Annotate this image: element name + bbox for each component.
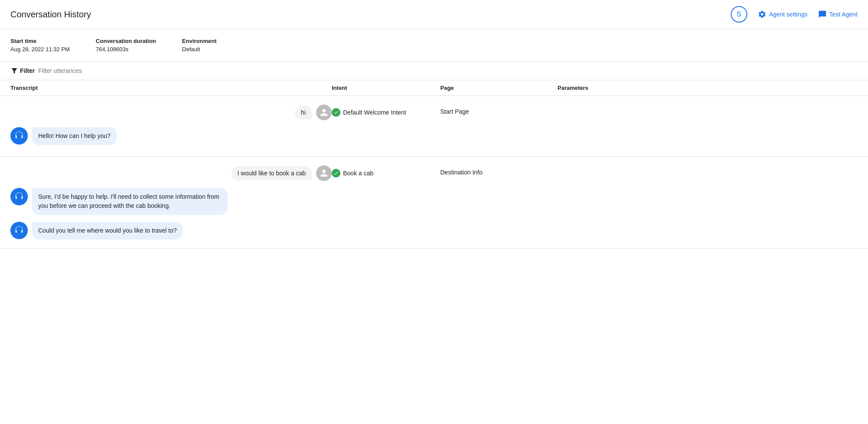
page-value-1: Start Page [440,108,469,115]
transcript-col-2: I would like to book a cab Sure, I'd be … [10,165,332,240]
params-col-2 [558,165,858,169]
agent-message-1: Hello! How can I help you? [10,127,332,145]
page-col-2: Destination Info [440,165,558,176]
checkmark-icon [333,110,339,115]
col-parameters: Parameters [558,85,858,91]
intent-col-2: Book a cab [332,165,440,177]
person-icon [320,108,328,117]
agent-avatar-2a [10,188,28,205]
agent-settings-link[interactable]: Agent settings [758,10,808,19]
table-header: Transcript Intent Page Parameters [0,80,868,96]
agent-avatar-2b [10,222,28,239]
filter-icon [10,67,18,75]
agent-bubble-1: Hello! How can I help you? [32,127,117,145]
meta-duration: Conversation duration 764.109603s [96,38,156,53]
user-avatar-2 [316,165,332,181]
intent-badge-1: Default Welcome Intent [332,108,406,117]
checkmark-icon [333,171,339,176]
user-message-2: I would like to book a cab [10,165,332,181]
col-intent: Intent [332,85,440,91]
test-agent-link[interactable]: Test Agent [818,10,858,19]
agent-avatar-1 [10,127,28,145]
agent-settings-label: Agent settings [769,11,808,18]
filter-label: Filter [20,67,35,74]
user-avatar-circle: S [731,6,747,23]
user-bubble-2: I would like to book a cab [231,166,312,180]
intent-label-2: Book a cab [343,170,373,177]
user-avatar-1 [316,105,332,120]
intent-label-1: Default Welcome Intent [343,109,406,116]
page-value-2: Destination Info [440,169,482,176]
filter-input[interactable] [38,67,168,74]
params-col-1 [558,105,858,108]
duration-label: Conversation duration [96,38,156,44]
environment-label: Environment [182,38,216,44]
table-row: hi Hello! How can I help you? [0,96,868,157]
top-bar: Conversation History S Agent settings Te… [0,0,868,29]
person-icon [320,169,328,177]
intent-badge-2: Book a cab [332,169,373,177]
filter-icon-wrapper: Filter [10,67,35,75]
user-message-1: hi [10,105,332,120]
table-row: I would like to book a cab Sure, I'd be … [0,157,868,249]
gear-icon [758,10,766,19]
agent-bubble-2b: Could you tell me where would you like t… [32,222,183,240]
page-col-1: Start Page [440,105,558,115]
check-icon-2 [332,169,340,177]
start-time-label: Start time [10,38,70,44]
agent-message-2a: Sure, I'd be happy to help. I'll need to… [10,188,332,215]
top-bar-actions: S Agent settings Test Agent [731,6,858,23]
headphone-icon [14,131,24,141]
environment-value: Default [182,46,216,53]
agent-message-2b: Could you tell me where would you like t… [10,222,332,240]
filter-row: Filter [0,62,868,80]
meta-environment: Environment Default [182,38,216,53]
duration-value: 764.109603s [96,46,156,53]
start-time-value: Aug 28, 2022 11:32 PM [10,46,70,53]
page-title: Conversation History [10,10,91,20]
test-agent-label: Test Agent [829,11,858,18]
chat-icon [818,10,827,19]
check-icon-1 [332,108,340,117]
meta-row: Start time Aug 28, 2022 11:32 PM Convers… [0,29,868,62]
headphone-icon [14,226,24,235]
col-page: Page [440,85,558,91]
intent-col-1: Default Welcome Intent [332,105,440,117]
transcript-col-1: hi Hello! How can I help you? [10,105,332,145]
headphone-icon [14,192,24,201]
user-bubble-1: hi [295,105,312,119]
agent-bubble-2a: Sure, I'd be happy to help. I'll need to… [32,188,228,215]
col-transcript: Transcript [10,85,332,91]
meta-start-time: Start time Aug 28, 2022 11:32 PM [10,38,70,53]
